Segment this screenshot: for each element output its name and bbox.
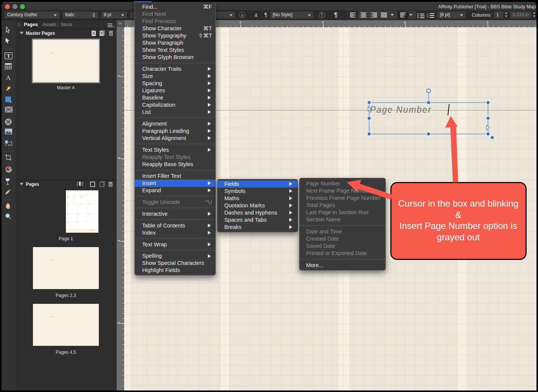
svg-text:3: 3 <box>427 17 429 18</box>
svg-text:T: T <box>6 53 10 59</box>
svg-text:A: A <box>6 75 11 81</box>
